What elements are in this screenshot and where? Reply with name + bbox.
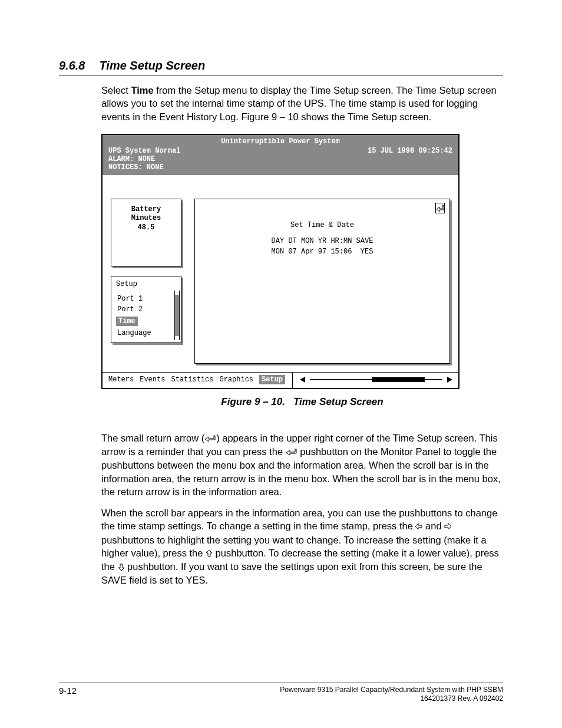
setup-menu-item-port2[interactable]: Port 2 — [116, 305, 177, 314]
ups-header: Uninterruptible Power System UPS System … — [103, 135, 458, 175]
page-number: 9-12 — [59, 686, 77, 696]
setup-menu-panel[interactable]: Setup Port 1 Port 2 Time Language — [111, 276, 181, 343]
menu-setup[interactable]: Setup — [259, 375, 285, 384]
intro-paragraph: Select Time from the Setup menu to displ… — [101, 84, 503, 123]
setup-menu-item-time[interactable]: Time — [116, 317, 138, 326]
paragraph-return-arrow: The small return arrow () appears in the… — [101, 431, 503, 498]
setup-menu-item-language[interactable]: Language — [116, 328, 177, 338]
heading-rule — [59, 75, 503, 75]
menu-hscroll[interactable] — [300, 377, 452, 382]
down-arrow-icon — [118, 561, 125, 574]
ups-status: UPS System Normal — [108, 147, 180, 155]
footer-line2: 164201373 Rev. A 092402 — [280, 694, 503, 703]
setup-menu-scrollbar[interactable] — [174, 291, 180, 340]
info-table: DAY DT MON YR HR:MN SAVE MON 07 Apr 97 1… — [272, 236, 373, 257]
page-footer: 9-12 Powerware 9315 Parallel Capacity/Re… — [59, 683, 503, 703]
section-title: Time Setup Screen — [99, 59, 205, 72]
figure-caption: Figure 9 – 10.Time Setup Screen — [101, 396, 503, 408]
right-arrow-icon — [444, 520, 451, 533]
setup-menu-item-port1[interactable]: Port 1 — [116, 294, 177, 304]
battery-panel: Battery Minutes 48.5 — [111, 199, 181, 266]
paragraph-time-settings: When the scroll bar appears in the infor… — [101, 506, 503, 587]
return-arrow-inline-icon — [286, 446, 297, 459]
ups-title: Uninterruptible Power System — [108, 137, 452, 146]
scroll-right-icon[interactable] — [447, 377, 452, 383]
section-number: 9.6.8 — [59, 59, 85, 72]
section-heading: 9.6.8Time Setup Screen — [59, 59, 503, 73]
return-arrow-icon[interactable] — [435, 203, 445, 213]
menu-statistics[interactable]: Statistics — [171, 375, 213, 384]
up-arrow-icon — [206, 547, 213, 560]
left-arrow-icon — [415, 520, 422, 533]
scroll-left-icon[interactable] — [300, 377, 305, 383]
ups-datetime: 15 JUL 1998 09:25:42 — [368, 147, 452, 155]
menu-events[interactable]: Events — [140, 375, 165, 384]
menu-meters[interactable]: Meters — [108, 375, 134, 384]
bottom-menu-bar[interactable]: Meters Events Statistics Graphics Setup — [103, 372, 458, 388]
menu-divider — [292, 373, 293, 388]
info-title: Set Time & Date — [201, 220, 444, 230]
ups-notices: NOTICES: NONE — [108, 163, 452, 172]
ups-alarm: ALARM: NONE — [108, 155, 452, 163]
ups-screen: Uninterruptible Power System UPS System … — [101, 134, 459, 389]
return-arrow-inline-icon — [204, 432, 216, 445]
setup-menu-title: Setup — [116, 280, 177, 288]
footer-line1: Powerware 9315 Parallel Capacity/Redunda… — [280, 686, 503, 694]
figure-9-10: Uninterruptible Power System UPS System … — [101, 134, 503, 408]
info-panel[interactable]: Set Time & Date DAY DT MON YR HR:MN SAVE… — [194, 199, 450, 364]
menu-graphics[interactable]: Graphics — [219, 375, 253, 384]
